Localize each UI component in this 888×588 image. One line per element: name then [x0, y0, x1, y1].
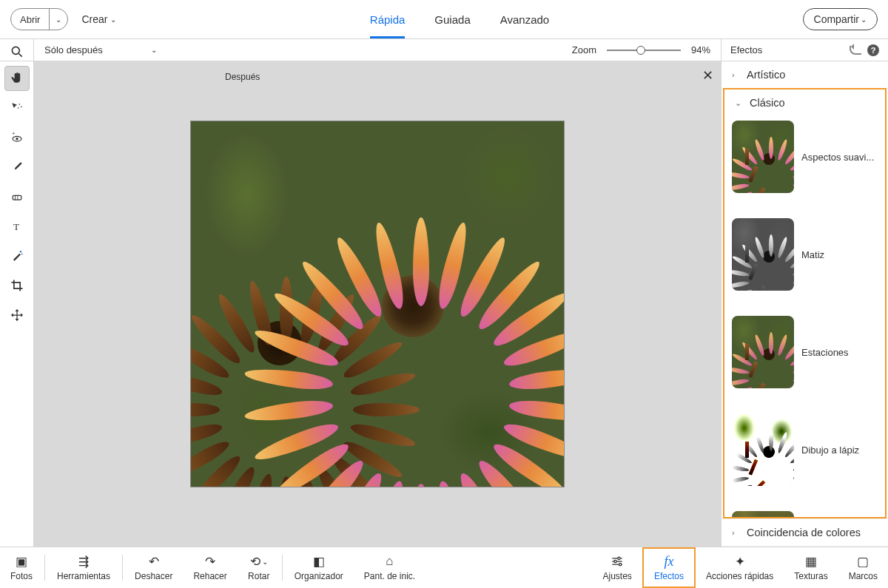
text-tool[interactable]: T [4, 214, 30, 239]
bottom-rotar[interactable]: ⟲⌄ Rotar [238, 547, 280, 588]
bottom-pant-inic[interactable]: ⌂ Pant. de inic. [354, 547, 426, 588]
zoom-slider[interactable] [607, 50, 681, 51]
bottom-label: Rehacer [193, 571, 226, 581]
effect-item-partial[interactable] [732, 511, 878, 518]
bottom-herramientas[interactable]: ⇶ Herramientas [47, 547, 121, 588]
redo-icon: ↷ [205, 554, 215, 569]
brush-icon [10, 160, 24, 175]
bottom-fotos[interactable]: ▣ Fotos [0, 547, 43, 588]
options-fill: Zoom 94% [167, 39, 721, 61]
move-icon [10, 308, 24, 322]
effect-label: Estaciones [801, 347, 849, 358]
bottom-label: Texturas [794, 571, 827, 581]
effect-thumbnail [732, 511, 794, 518]
effects-panel-title: Efectos [730, 44, 762, 55]
canvas-image[interactable] [191, 121, 564, 487]
chevron-down-icon: ⌄ [110, 16, 116, 24]
category-artistico[interactable]: › Artístico [722, 61, 888, 89]
effect-thumbnail [732, 121, 794, 193]
effects-panel-header: Efectos ? [721, 39, 888, 61]
effect-items: Aspectos suavi... Matiz Estaciones Dibuj… [724, 116, 885, 518]
reset-icon[interactable] [850, 46, 861, 55]
effect-label: Aspectos suavi... [801, 152, 874, 163]
tools-icon: ⇶ [78, 554, 89, 569]
tools-sidebar: + T [0, 61, 34, 547]
bottom-label: Pant. de inic. [364, 571, 415, 581]
adjustments-icon [610, 554, 625, 569]
frame-icon: ▢ [857, 554, 869, 569]
share-button[interactable]: Compartir ⌄ [803, 8, 878, 30]
bottom-efectos[interactable]: fx Efectos [642, 547, 696, 588]
zoom-tool-icon[interactable] [4, 39, 30, 64]
category-label: Clásico [750, 97, 785, 109]
effect-item-estaciones[interactable]: Estaciones [732, 316, 878, 388]
effects-panel: › Artístico ⌄ Clásico Aspectos suavi... … [721, 61, 888, 547]
top-menu-bar: Abrir ⌄ Crear ⌄ Rápida Guiada Avanzado C… [0, 0, 888, 39]
tab-guided[interactable]: Guiada [434, 0, 470, 38]
bottom-texturas[interactable]: ▦ Texturas [784, 547, 838, 588]
svg-text:+: + [12, 131, 15, 136]
bottom-label: Efectos [654, 571, 684, 581]
bottom-organizador[interactable]: ◧ Organizador [284, 547, 354, 588]
svg-point-12 [19, 251, 21, 253]
effect-item-matiz[interactable]: Matiz [732, 218, 878, 291]
zoom-value: 94% [691, 44, 710, 55]
bottom-deshacer[interactable]: ↶ Deshacer [124, 547, 183, 588]
zoom-slider-thumb[interactable] [636, 46, 645, 55]
brush-tool[interactable] [4, 155, 30, 180]
eye-plus-icon: + [10, 130, 24, 145]
bottom-marcos[interactable]: ▢ Marcos [838, 547, 888, 588]
effect-thumbnail [732, 413, 794, 486]
bottom-label: Herramientas [57, 571, 110, 581]
hand-tool[interactable] [4, 66, 30, 91]
bottom-rehacer[interactable]: ↷ Rehacer [183, 547, 237, 588]
effect-item-dibujo[interactable]: Dibujo a lápiz [732, 413, 878, 486]
bottom-label: Rotar [248, 571, 269, 581]
photos-icon: ▣ [16, 554, 27, 569]
hand-icon [10, 71, 24, 86]
spot-heal-tool[interactable] [4, 243, 30, 268]
chevron-down-icon: ⌄ [151, 46, 157, 54]
svg-point-4 [17, 107, 18, 109]
create-label: Crear [81, 13, 107, 25]
bottom-ajustes[interactable]: Ajustes [593, 547, 642, 588]
quick-select-tool[interactable] [4, 95, 30, 121]
view-mode-label: Sólo después [44, 44, 103, 55]
open-button[interactable]: Abrir ⌄ [10, 8, 68, 30]
tab-advanced[interactable]: Avanzado [500, 0, 549, 38]
close-button[interactable]: ✕ [702, 67, 713, 84]
svg-rect-8 [13, 195, 21, 200]
wand-select-icon [10, 101, 24, 115]
search-icon [10, 44, 24, 59]
mode-tabs: Rápida Guiada Avanzado [130, 0, 789, 38]
category-clasico[interactable]: ⌄ Clásico [724, 89, 885, 116]
bottom-label: Fotos [10, 571, 33, 581]
effect-item-aspectos[interactable]: Aspectos suavi... [732, 121, 878, 193]
bottom-acciones[interactable]: ✦ Acciones rápidas [696, 547, 784, 588]
crop-tool[interactable] [4, 273, 30, 298]
move-tool[interactable] [4, 303, 30, 328]
open-dropdown-toggle[interactable]: ⌄ [49, 9, 67, 30]
texture-icon: ▦ [805, 554, 817, 569]
category-coincidencia[interactable]: › Coincidencia de colores [722, 518, 888, 547]
effect-thumbnail [732, 218, 794, 291]
options-left-spacer [0, 39, 34, 61]
effect-label: Matiz [801, 249, 824, 260]
help-icon[interactable]: ? [867, 44, 879, 56]
svg-point-16 [619, 564, 622, 566]
category-label: Coincidencia de colores [747, 527, 861, 538]
bottom-label: Ajustes [603, 571, 632, 581]
tab-quick[interactable]: Rápida [370, 0, 406, 38]
teeth-icon [10, 189, 24, 204]
text-icon: T [10, 219, 24, 234]
rotate-icon: ⟲⌄ [250, 554, 268, 569]
undo-icon: ↶ [149, 554, 159, 569]
view-mode-dropdown[interactable]: Sólo después ⌄ [34, 39, 167, 61]
whiten-teeth-tool[interactable] [4, 184, 30, 209]
home-icon: ⌂ [386, 554, 393, 569]
bottom-label: Deshacer [135, 571, 172, 581]
svg-point-14 [618, 557, 620, 559]
create-button[interactable]: Crear ⌄ [81, 13, 116, 25]
redeye-tool[interactable]: + [4, 125, 30, 150]
category-label: Artístico [747, 69, 785, 81]
